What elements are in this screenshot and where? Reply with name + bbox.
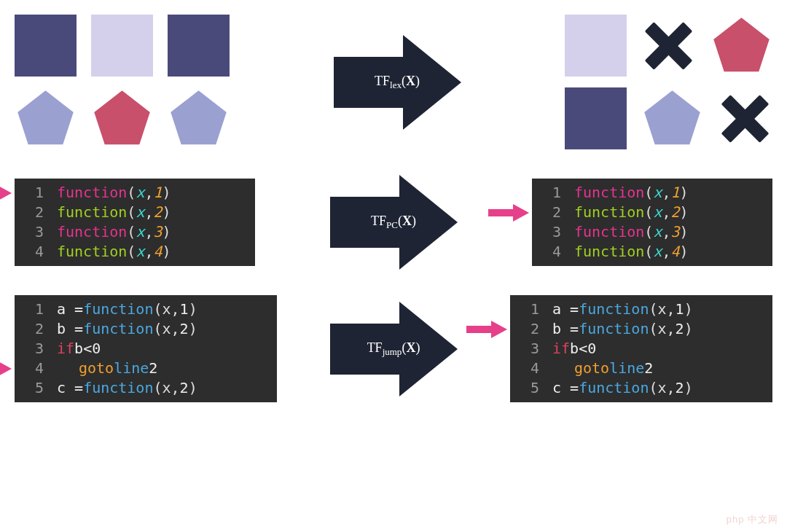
x-icon xyxy=(718,91,772,146)
code-line: 3function(x,3) xyxy=(22,222,248,242)
pointer-arrow-icon xyxy=(488,204,529,222)
code-line: 3if b<0 xyxy=(517,339,765,359)
code-line: 4goto line 2 xyxy=(22,359,270,378)
svg-marker-2 xyxy=(171,90,227,144)
pointer-arrow-icon xyxy=(0,360,12,378)
svg-marker-6 xyxy=(0,184,12,202)
pentagon-shape xyxy=(641,87,703,149)
code-line: 4function(x,4) xyxy=(539,242,765,262)
square-shape xyxy=(168,15,230,77)
transformation-row-pc: 1function(x,1)2function(x,2)3function(x,… xyxy=(15,175,772,270)
pentagon-shape xyxy=(710,15,772,77)
left-shapes xyxy=(15,15,230,149)
pentagon-shape xyxy=(91,87,153,149)
code-line: 4function(x,4) xyxy=(22,242,248,262)
code-line: 3if b<0 xyxy=(22,339,270,359)
code-line: 2b = function(x,2) xyxy=(22,319,270,339)
svg-marker-12 xyxy=(491,321,507,338)
code-line: 4goto line 2 xyxy=(517,359,765,378)
svg-marker-10 xyxy=(0,360,12,378)
pentagon-shape xyxy=(168,87,230,149)
arrow-pc: TFPC(X) xyxy=(330,175,458,270)
svg-marker-0 xyxy=(17,90,74,144)
code-line: 1function(x,1) xyxy=(22,183,248,203)
code-line: 1a = function(x,1) xyxy=(517,300,765,319)
arrow-jump: TFjump(X) xyxy=(330,302,458,396)
square-shape xyxy=(91,15,153,77)
code-line: 5c = function(x,2) xyxy=(517,378,765,398)
arrow-label-lex: TFlex(X) xyxy=(375,73,420,91)
left-code-pc: 1function(x,1)2function(x,2)3function(x,… xyxy=(15,179,255,266)
code-line: 5c = function(x,2) xyxy=(22,378,270,398)
right-shapes xyxy=(565,15,772,149)
pentagon-shape xyxy=(15,87,77,149)
arrow-lex: TFlex(X) xyxy=(334,35,461,130)
code-line: 3function(x,3) xyxy=(539,222,765,242)
left-code-jump: 1a = function(x,1)2b = function(x,2)3if … xyxy=(15,295,277,402)
x-icon xyxy=(641,18,696,73)
transformation-row-jump: 1a = function(x,1)2b = function(x,2)3if … xyxy=(15,295,772,402)
arrow-label-pc: TFPC(X) xyxy=(371,214,416,232)
svg-marker-3 xyxy=(713,17,770,71)
square-shape xyxy=(15,15,77,77)
pointer-arrow-icon xyxy=(0,184,12,202)
square-shape xyxy=(565,15,627,77)
svg-rect-11 xyxy=(466,326,491,333)
svg-marker-8 xyxy=(513,204,529,222)
code-line: 2b = function(x,2) xyxy=(517,319,765,339)
right-code-jump: 1a = function(x,1)2b = function(x,2)3if … xyxy=(510,295,772,402)
svg-rect-7 xyxy=(488,209,513,216)
code-line: 2function(x,2) xyxy=(22,203,248,222)
svg-marker-1 xyxy=(94,90,150,144)
arrow-label-jump: TFjump(X) xyxy=(367,340,420,358)
transformation-row-lex: TFlex(X) xyxy=(15,15,772,149)
code-line: 1a = function(x,1) xyxy=(22,300,270,319)
svg-marker-4 xyxy=(644,90,700,144)
code-line: 2function(x,2) xyxy=(539,203,765,222)
square-shape xyxy=(565,87,627,149)
code-line: 1function(x,1) xyxy=(539,183,765,203)
pointer-arrow-icon xyxy=(466,321,507,338)
right-code-pc: 1function(x,1)2function(x,2)3function(x,… xyxy=(532,179,772,266)
